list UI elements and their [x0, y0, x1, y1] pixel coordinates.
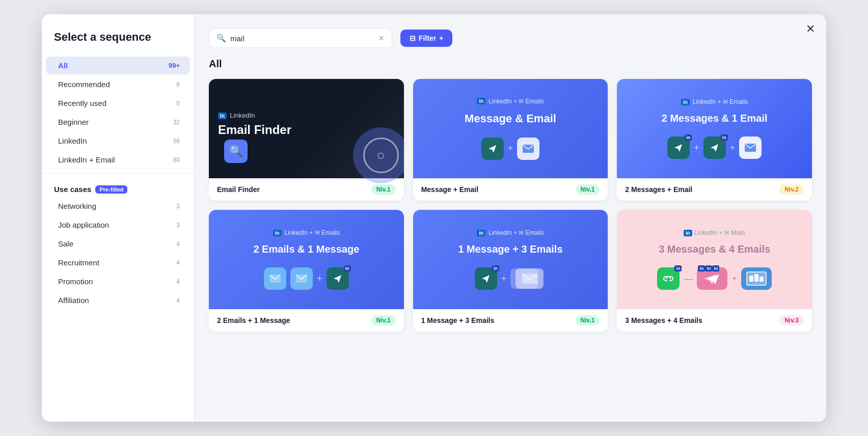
sidebar-badge-recruitment: 4 — [176, 259, 180, 266]
card-visual-message-email: in LinkedIn + ✉ Emails Message & Email + — [413, 79, 608, 178]
section-heading: All — [209, 58, 812, 70]
send-linkedin-icon-2a: in — [667, 137, 690, 159]
card-footer-title-3messages-4emails: 3 Messages + 4 Emails — [625, 316, 702, 324]
linkedin-badge-4: in — [273, 230, 282, 236]
card-2emails-1message[interactable]: in LinkedIn + ✉ Emails 2 Emails & 1 Mess… — [209, 210, 404, 332]
multi-send-icon: in in in — [697, 267, 727, 290]
card-footer-title-1message-3emails: 1 Message + 3 Emails — [421, 316, 495, 324]
card-title-email-finder: Email Finder — [218, 123, 291, 137]
card-title-message-email: Message & Email — [465, 112, 556, 125]
envelope-icon-4a — [264, 267, 286, 290]
plus-icon-2a: + — [694, 143, 699, 153]
sidebar-item-networking[interactable]: Networking 3 — [46, 197, 190, 215]
niv-badge-2emails-1message: Niv.1 — [371, 315, 396, 325]
card-footer-title-message-email: Message + Email — [421, 185, 478, 194]
card-tag-2emails-1message: LinkedIn + ✉ Emails — [285, 229, 340, 236]
sidebar-badge-linkedin-email: 80 — [173, 156, 180, 164]
card-footer-title-2emails-1message: 2 Emails + 1 Message — [217, 316, 290, 324]
send-linkedin-icon-4: in — [327, 267, 349, 290]
sidebar-item-label-linkedin: LinkedIn — [58, 137, 87, 145]
niv-badge-1message-3emails: Niv.1 — [576, 315, 600, 325]
dash-icon: — — [684, 274, 693, 284]
svg-rect-6 — [749, 276, 753, 282]
envelope-icon-2 — [739, 137, 762, 159]
sidebar-badge-affiliation: 4 — [176, 297, 180, 304]
sidebar-badge-sale: 4 — [176, 240, 180, 248]
sidebar-item-label-beginner: Beginner — [58, 118, 89, 126]
search-bar-container: 🔍 ✕ — [209, 29, 392, 48]
card-3messages-4emails[interactable]: in LinkedIn + ✉ Mails 3 Messages & 4 Ema… — [617, 210, 812, 332]
sidebar-item-label-promotion: Promotion — [58, 277, 93, 286]
plus-icon-1: + — [508, 143, 513, 154]
sidebar-item-label-affiliation: Affiliation — [58, 296, 89, 305]
pre-filled-badge: Pre-filled — [95, 185, 127, 194]
svg-rect-7 — [754, 274, 758, 282]
sidebar-item-job-application[interactable]: Job application 3 — [46, 216, 190, 234]
card-title-3messages-4emails: 3 Messages & 4 Emails — [659, 243, 770, 255]
plus-icon-6: + — [731, 274, 737, 284]
search-clear-button[interactable]: ✕ — [378, 34, 385, 42]
card-title-1message-3emails: 1 Message + 3 Emails — [458, 243, 562, 255]
linkedin-badge-3: in — [681, 99, 690, 105]
card-tag-3messages-4emails: LinkedIn + ✉ Mails — [694, 229, 745, 236]
plus-icon-5: + — [501, 274, 507, 284]
card-title-2messages-1email: 2 Messages & 1 Email — [662, 113, 768, 124]
svg-rect-8 — [760, 277, 764, 282]
sidebar-badge-all: 99+ — [169, 62, 180, 69]
plus-icon-4: + — [317, 274, 322, 284]
multi-bar-icon — [741, 267, 772, 290]
niv-badge-3messages-4emails: Niv.3 — [779, 315, 804, 325]
card-title-2emails-1message: 2 Emails & 1 Message — [253, 243, 359, 255]
filter-label: Filter — [419, 34, 436, 42]
filter-icon: ⊟ — [410, 34, 416, 42]
sidebar-badge-recommended: 6 — [176, 81, 180, 88]
card-icons-2emails-1message: + in — [264, 267, 349, 290]
card-2messages-1email[interactable]: in LinkedIn + ✉ Emails 2 Messages & 1 Em… — [617, 79, 812, 201]
sidebar-item-linkedin[interactable]: LinkedIn 56 — [46, 132, 190, 150]
sidebar-item-recommended[interactable]: Recommended 6 — [46, 75, 190, 93]
card-visual-email-finder: in LinkedIn Email Finder 🔍 ○ — [209, 79, 404, 178]
close-button[interactable]: ✕ — [806, 23, 815, 35]
email-finder-circle: ○ — [353, 127, 404, 183]
filter-button[interactable]: ⊟ Filter + — [400, 30, 452, 47]
select-sequence-modal: ✕ Select a sequence All 99+ Recommended … — [42, 14, 826, 422]
sidebar-item-promotion[interactable]: Promotion 4 — [46, 272, 190, 290]
sidebar-item-recruitment[interactable]: Recruitment 4 — [46, 254, 190, 271]
card-footer-title-email-finder: Email Finder — [217, 185, 260, 194]
sidebar-title: Select a sequence — [42, 31, 194, 56]
sidebar-item-label-recruitment: Recruitment — [58, 258, 99, 267]
card-email-finder[interactable]: in LinkedIn Email Finder 🔍 ○ Email Finde… — [209, 79, 404, 201]
email-finder-circle-inner: ○ — [363, 138, 399, 173]
card-footer-1message-3emails: 1 Message + 3 Emails Niv.1 — [413, 309, 608, 332]
search-input[interactable] — [230, 34, 374, 43]
sidebar-item-affiliation[interactable]: Affiliation 4 — [46, 291, 190, 309]
cards-grid: in LinkedIn Email Finder 🔍 ○ Email Finde… — [209, 79, 812, 332]
linkedin-badge-2: in — [477, 98, 485, 104]
card-icons-1message-3emails: in + — [475, 267, 547, 290]
sidebar-item-label-linkedin-email: LinkedIn + Email — [58, 155, 115, 164]
card-icons-message-email: + — [481, 138, 540, 160]
sidebar-badge-promotion: 4 — [176, 278, 180, 285]
use-cases-section: Use cases Pre-filled — [42, 178, 194, 197]
sidebar-item-linkedin-email[interactable]: LinkedIn + Email 80 — [46, 151, 190, 169]
sidebar-item-sale[interactable]: Sale 4 — [46, 235, 190, 253]
filter-plus-icon: + — [439, 34, 443, 42]
card-visual-3messages-4emails: in LinkedIn + ✉ Mails 3 Messages & 4 Ema… — [617, 210, 812, 309]
linkedin-badge: in — [218, 113, 227, 119]
sidebar-item-label-recommended: Recommended — [58, 80, 110, 89]
envelope-icon-1 — [517, 138, 539, 160]
card-1message-3emails[interactable]: in LinkedIn + ✉ Emails 1 Message + 3 Ema… — [413, 210, 608, 332]
sidebar-item-beginner[interactable]: Beginner 32 — [46, 113, 190, 131]
sidebar-item-all[interactable]: All 99+ — [46, 57, 190, 74]
card-tag-1message-3emails: LinkedIn + ✉ Emails — [489, 229, 544, 236]
send-linkedin-icon-1 — [481, 138, 504, 160]
card-message-email[interactable]: in LinkedIn + ✉ Emails Message & Email + — [413, 79, 608, 201]
sidebar-badge-networking: 3 — [176, 203, 180, 210]
sidebar-item-label-all: All — [58, 61, 68, 70]
envelope-icon-4b — [290, 267, 313, 290]
sidebar-item-recently-used[interactable]: Recently used 0 — [46, 94, 190, 112]
use-cases-title: Use cases — [54, 185, 91, 194]
card-visual-2emails-1message: in LinkedIn + ✉ Emails 2 Emails & 1 Mess… — [209, 210, 404, 309]
search-icon: 🔍 — [216, 34, 226, 43]
sidebar-badge-job-application: 3 — [176, 222, 180, 229]
